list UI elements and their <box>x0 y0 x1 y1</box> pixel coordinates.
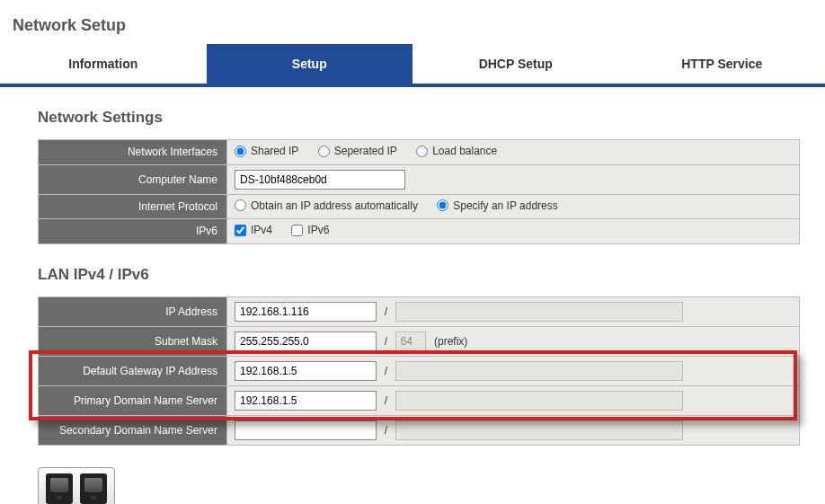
subnet-prefix-input[interactable] <box>395 332 426 351</box>
subnet-separator: / <box>379 335 392 348</box>
radio-obtain-ip[interactable]: Obtain an IP address automatically <box>235 199 418 212</box>
secondary-dns-v4-input[interactable] <box>235 420 377 440</box>
ip-separator: / <box>379 305 392 318</box>
lan-heading: LAN IPv4 / IPv6 <box>38 266 800 284</box>
radio-separated-ip[interactable]: Seperated IP <box>318 145 397 157</box>
radio-shared-ip[interactable]: Shared IP <box>235 145 298 157</box>
primary-dns-separator: / <box>379 394 392 407</box>
radio-specify-ip-label: Specify an IP address <box>453 199 558 212</box>
port-panel[interactable] <box>38 467 115 505</box>
ip-v4-input[interactable] <box>235 302 377 322</box>
network-settings-heading: Network Settings <box>38 109 800 127</box>
radio-separated-ip-input[interactable] <box>318 146 330 157</box>
radio-load-balance[interactable]: Load balance <box>416 145 497 157</box>
gateway-separator: / <box>379 365 392 377</box>
ethernet-port-icon <box>80 473 107 504</box>
primary-dns-v4-input[interactable] <box>235 391 377 411</box>
radio-shared-ip-label: Shared IP <box>251 145 298 157</box>
subnet-mask-control: / (prefix) <box>227 326 800 356</box>
secondary-dns-v6-input[interactable] <box>395 420 683 440</box>
check-ipv6-input[interactable] <box>291 225 303 236</box>
prefix-text: (prefix) <box>434 335 467 348</box>
label-subnet-mask: Subnet Mask <box>39 326 227 356</box>
computer-name-control <box>227 164 800 194</box>
tab-dhcp-setup[interactable]: DHCP Setup <box>412 44 619 84</box>
label-primary-dns: Primary Domain Name Server <box>39 385 227 415</box>
gateway-control: / <box>227 356 800 385</box>
radio-obtain-ip-label: Obtain an IP address automatically <box>251 199 418 212</box>
radio-load-balance-label: Load balance <box>432 145 497 157</box>
tabs: Information Setup DHCP Setup HTTP Servic… <box>0 44 825 87</box>
subnet-v4-input[interactable] <box>235 332 377 351</box>
radio-obtain-ip-input[interactable] <box>235 199 246 211</box>
check-ipv4-label: IPv4 <box>251 224 272 236</box>
radio-separated-ip-label: Seperated IP <box>334 145 397 157</box>
ip-v6-input[interactable] <box>395 302 683 322</box>
label-secondary-dns: Secondary Domain Name Server <box>39 415 227 445</box>
label-internet-protocol: Internet Protocol <box>39 194 227 219</box>
secondary-dns-control: / <box>227 415 800 445</box>
primary-dns-v6-input[interactable] <box>395 391 683 411</box>
tab-http-service[interactable]: HTTP Service <box>619 44 826 84</box>
ip-address-control: / <box>227 296 800 326</box>
label-computer-name: Computer Name <box>39 164 227 194</box>
lan-table: IP Address / Subnet Mask / (prefix) Defa… <box>38 296 800 446</box>
label-ipv6: IPv6 <box>39 219 227 244</box>
label-network-interfaces: Network Interfaces <box>39 140 227 165</box>
primary-dns-control: / <box>227 385 800 415</box>
ipv6-control: IPv4 IPv6 <box>227 219 800 244</box>
check-ipv4-input[interactable] <box>235 225 246 236</box>
tab-setup[interactable]: Setup <box>207 44 413 84</box>
radio-load-balance-input[interactable] <box>416 146 428 157</box>
gateway-v6-input[interactable] <box>395 361 683 381</box>
ethernet-port-icon <box>46 473 73 504</box>
secondary-dns-separator: / <box>379 424 392 437</box>
check-ipv6-label: IPv6 <box>307 224 329 236</box>
check-ipv4[interactable]: IPv4 <box>235 224 272 236</box>
gateway-v4-input[interactable] <box>235 361 377 381</box>
check-ipv6[interactable]: IPv6 <box>291 224 329 236</box>
label-default-gateway: Default Gateway IP Address <box>39 356 227 385</box>
computer-name-input[interactable] <box>235 170 405 190</box>
network-settings-table: Network Interfaces Shared IP Seperated I… <box>38 139 800 244</box>
network-interfaces-control: Shared IP Seperated IP Load balance <box>227 140 800 165</box>
radio-shared-ip-input[interactable] <box>235 146 246 157</box>
internet-protocol-control: Obtain an IP address automatically Speci… <box>227 194 800 219</box>
page-title: Network Setup <box>0 0 825 44</box>
radio-specify-ip-input[interactable] <box>437 199 448 211</box>
label-ip-address: IP Address <box>39 296 227 326</box>
tab-information[interactable]: Information <box>0 44 207 84</box>
radio-specify-ip[interactable]: Specify an IP address <box>437 199 558 212</box>
